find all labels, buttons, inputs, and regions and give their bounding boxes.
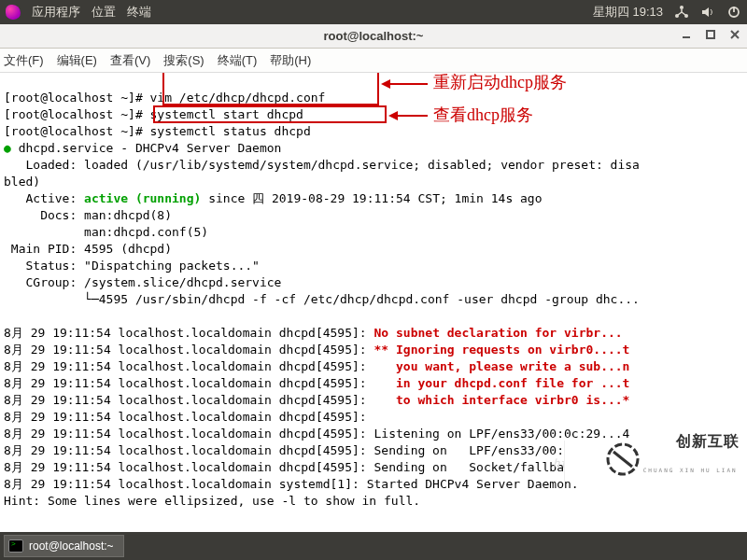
taskbar-terminal-button[interactable]: root@localhost:~ [4, 535, 124, 557]
brand-name: 创新互联 [676, 433, 740, 449]
term-line: 8月 29 19:11:54 localhost.localdomain dhc… [4, 410, 374, 424]
term-line: dhcpd.service - DHCPv4 Server Daemon [19, 141, 282, 155]
term-line: 8月 29 19:11:54 localhost.localdomain dhc… [4, 427, 629, 441]
term-error: to which interface virbr0 is...* [374, 393, 630, 407]
terminal-menubar: 文件(F) 编辑(E) 查看(V) 搜索(S) 终端(T) 帮助(H) [0, 49, 747, 73]
minimize-button[interactable] [680, 28, 693, 41]
menu-file[interactable]: 文件(F) [4, 52, 44, 69]
highlight-box [153, 105, 387, 123]
term-error: ** Ignoring requests on virbr0....t [374, 343, 630, 357]
term-line: Loaded: loaded (/usr/lib/systemd/system/… [4, 158, 640, 172]
logo-icon [572, 422, 642, 501]
term-line: Docs: man:dhcpd(8) [4, 208, 172, 222]
arrow-icon [383, 83, 428, 85]
menu-applications[interactable]: 应用程序 [32, 4, 80, 21]
terminal-icon [8, 539, 23, 553]
arrow-icon [390, 115, 428, 117]
term-line: man:dhcpd.conf(5) [4, 225, 208, 239]
close-button[interactable] [728, 28, 741, 41]
menu-edit[interactable]: 编辑(E) [57, 52, 97, 69]
window-titlebar: root@localhost:~ [0, 24, 747, 49]
term-line: [root@localhost ~]# systemctl status dhc… [4, 124, 311, 138]
brand-logo: 创新互联 CHUANG XIN HU LIAN [564, 441, 747, 482]
menu-termmenu[interactable]: 终端(T) [218, 52, 258, 69]
term-line: since 四 2019-08-29 19:11:54 CST; 1min 14… [201, 191, 542, 205]
terminal-viewport[interactable]: [root@localhost ~]# vim /etc/dhcp/dhcpd.… [0, 73, 747, 508]
term-line: 8月 29 19:11:54 localhost.localdomain dhc… [4, 376, 374, 390]
term-line: bled) [4, 175, 40, 189]
menu-terminal[interactable]: 终端 [127, 4, 151, 21]
taskbar-label: root@localhost:~ [29, 539, 114, 553]
term-line: CGroup: /system.slice/dhcpd.service [4, 275, 281, 289]
status-dot-icon: ● [4, 141, 19, 155]
gnome-bottom-panel: root@localhost:~ [0, 532, 747, 560]
svg-rect-6 [707, 31, 714, 38]
annotation-check: 查看dhcp服务 [433, 106, 533, 123]
power-icon[interactable] [726, 5, 741, 20]
term-line: Main PID: 4595 (dhcpd) [4, 242, 172, 256]
network-icon[interactable] [674, 5, 689, 20]
clock-label[interactable]: 星期四 19:13 [593, 4, 663, 21]
term-line: 8月 29 19:11:54 localhost.localdomain dhc… [4, 359, 374, 373]
term-error: in your dhcpd.conf file for ...t [374, 376, 630, 390]
menu-places[interactable]: 位置 [92, 4, 116, 21]
term-line: 8月 29 19:11:54 localhost.localdomain dhc… [4, 326, 374, 340]
term-line: 8月 29 19:11:54 localhost.localdomain dhc… [4, 393, 374, 407]
term-line: 8月 29 19:11:54 localhost.localdomain sys… [4, 477, 579, 491]
term-line: 8月 29 19:11:54 localhost.localdomain dhc… [4, 460, 629, 474]
term-line: └─4595 /usr/sbin/dhcpd -f -cf /etc/dhcp/… [4, 292, 640, 306]
term-line: Active: [4, 191, 84, 205]
svg-line-10 [613, 452, 632, 467]
highlight-box [162, 73, 379, 105]
brand-subtitle: CHUANG XIN HU LIAN [643, 468, 740, 473]
menu-search[interactable]: 搜索(S) [163, 52, 204, 69]
term-line: Hint: Some lines were ellipsized, use -l… [4, 494, 420, 508]
window-title: root@localhost:~ [324, 29, 424, 43]
menu-view[interactable]: 查看(V) [110, 52, 150, 69]
term-error: you want, please write a sub...n [374, 359, 630, 373]
term-line: Status: "Dispatching packets..." [4, 259, 260, 273]
gnome-top-panel: 应用程序 位置 终端 星期四 19:13 [0, 0, 747, 24]
menu-help[interactable]: 帮助(H) [270, 52, 311, 69]
sound-icon[interactable] [700, 5, 715, 20]
svg-point-0 [680, 6, 684, 9]
term-line: 8月 29 19:11:54 localhost.localdomain dhc… [4, 343, 374, 357]
term-line: 8月 29 19:11:54 localhost.localdomain dhc… [4, 443, 629, 457]
maximize-button[interactable] [704, 28, 717, 41]
term-error: No subnet declaration for virbr... [374, 326, 623, 340]
annotation-restart: 重新启动dhcp服务 [433, 74, 567, 91]
active-status: active (running) [84, 191, 201, 205]
gnome-foot-icon [6, 5, 21, 20]
